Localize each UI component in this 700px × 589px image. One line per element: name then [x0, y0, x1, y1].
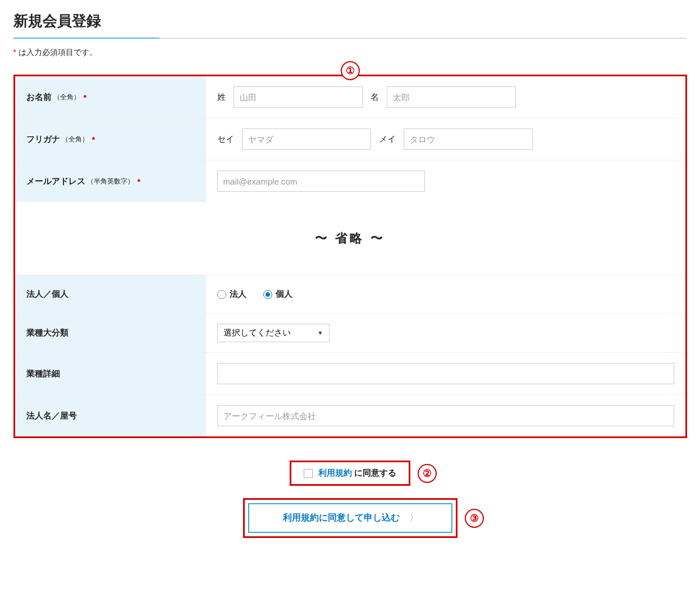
annotation-1: ①	[341, 61, 360, 80]
required-mark: *	[84, 93, 87, 102]
row-category: 業種大分類 選択してください ▼	[15, 313, 685, 352]
label-email: メールアドレス （半角英数字） *	[15, 160, 206, 202]
annotation-2: ②	[418, 464, 437, 483]
select-category[interactable]: 選択してください ▼	[217, 324, 330, 342]
label-company: 法人名／屋号	[15, 395, 206, 436]
label-email-text: メールアドレス	[26, 176, 85, 187]
row-company: 法人名／屋号	[15, 394, 685, 436]
annotation-3: ③	[465, 509, 484, 528]
label-name-sub: （全角）	[53, 93, 80, 102]
input-kana-given[interactable]	[404, 128, 533, 150]
chevron-right-icon: 〉	[410, 513, 418, 523]
label-given: 名	[370, 92, 379, 103]
label-family: 姓	[217, 92, 226, 103]
label-email-sub: （半角英数字）	[87, 177, 134, 186]
input-given-name[interactable]	[387, 86, 516, 108]
select-category-text: 選択してください	[223, 328, 291, 338]
radio-corporate-circle	[217, 290, 226, 299]
agree-box: 利用規約 に同意する ②	[290, 461, 410, 486]
radio-individual-label: 個人	[276, 289, 292, 300]
label-kana-text: フリガナ	[26, 134, 60, 145]
omitted-section: 〜 省略 〜	[15, 202, 685, 275]
cell-email	[206, 160, 685, 202]
label-detail: 業種詳細	[15, 353, 206, 394]
label-category: 業種大分類	[15, 314, 206, 352]
input-kana-family[interactable]	[242, 128, 371, 150]
submit-button[interactable]: 利用規約に同意して申し込む 〉	[248, 503, 452, 533]
row-entity: 法人／個人 法人 個人	[15, 275, 685, 313]
label-kana-given: メイ	[379, 134, 396, 145]
input-family-name[interactable]	[234, 86, 363, 108]
cell-company	[206, 395, 685, 436]
input-detail[interactable]	[217, 363, 674, 384]
submit-box: 利用規約に同意して申し込む 〉 ③	[243, 498, 457, 538]
cell-detail	[206, 353, 685, 394]
required-asterisk: *	[13, 48, 16, 57]
agree-text: に同意する	[354, 468, 396, 477]
label-entity: 法人／個人	[15, 275, 206, 313]
label-kana-family: セイ	[217, 134, 234, 145]
cell-name: 姓 名	[206, 76, 685, 118]
label-name-text: お名前	[26, 92, 52, 103]
radio-individual[interactable]: 個人	[263, 289, 292, 300]
radio-corporate-label: 法人	[230, 289, 246, 300]
title-underline	[13, 38, 687, 39]
cell-kana: セイ メイ	[206, 118, 685, 160]
row-kana: フリガナ （全角） * セイ メイ	[15, 118, 685, 160]
row-name: お名前 （全角） * 姓 名	[15, 76, 685, 118]
radio-individual-circle	[263, 290, 272, 299]
submit-button-label: 利用規約に同意して申し込む	[283, 512, 400, 524]
cell-entity: 法人 個人	[206, 275, 685, 313]
row-detail: 業種詳細	[15, 352, 685, 394]
cell-category: 選択してください ▼	[206, 314, 685, 352]
form-box: お名前 （全角） * 姓 名 フリガナ （全角） *	[13, 75, 687, 438]
input-email[interactable]	[217, 171, 425, 192]
terms-link[interactable]: 利用規約	[318, 468, 352, 477]
agree-checkbox[interactable]	[304, 469, 313, 478]
page-title: 新規会員登録	[13, 11, 687, 38]
radio-group-entity: 法人 個人	[217, 289, 292, 300]
input-company[interactable]	[217, 405, 674, 426]
radio-corporate[interactable]: 法人	[217, 289, 246, 300]
label-kana: フリガナ （全角） *	[15, 118, 206, 160]
required-mark: *	[138, 177, 141, 186]
required-note-text: は入力必須項目です。	[19, 48, 97, 57]
label-kana-sub: （全角）	[62, 135, 89, 144]
caret-down-icon: ▼	[318, 330, 323, 336]
required-note: *は入力必須項目です。	[13, 48, 687, 58]
required-mark: *	[92, 135, 95, 144]
row-email: メールアドレス （半角英数字） *	[15, 160, 685, 202]
label-name: お名前 （全角） *	[15, 76, 206, 118]
